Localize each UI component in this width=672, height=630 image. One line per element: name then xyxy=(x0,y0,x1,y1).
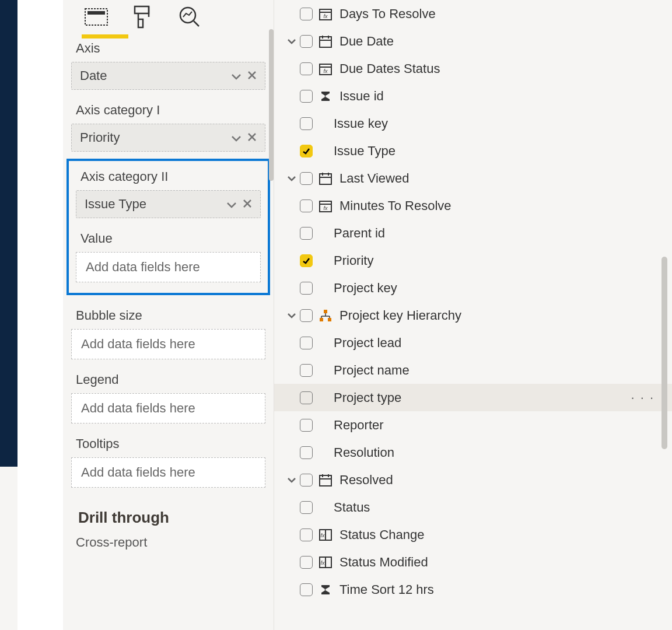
field-label: Due Date xyxy=(340,34,394,49)
nav-rail xyxy=(0,0,18,467)
field-checkbox[interactable] xyxy=(300,145,313,158)
field-checkbox[interactable] xyxy=(300,364,313,377)
field-row[interactable]: fxDue Dates Status xyxy=(274,55,672,82)
field-row[interactable]: Project name xyxy=(274,356,672,384)
field-row[interactable]: Issue Type xyxy=(274,137,672,164)
field-row[interactable]: fxMinutes To Resolve xyxy=(274,192,672,219)
field-row[interactable]: Status xyxy=(274,494,672,521)
field-checkbox[interactable] xyxy=(300,117,313,130)
value-drop-well[interactable]: Add data fields here xyxy=(76,252,261,282)
svg-text:fx: fx xyxy=(320,560,325,566)
field-checkbox[interactable] xyxy=(300,8,313,20)
calccol-icon: fx xyxy=(317,528,334,542)
well-label: Legend xyxy=(76,372,270,387)
scrollbar-thumb[interactable] xyxy=(269,29,274,181)
field-checkbox[interactable] xyxy=(300,528,313,541)
field-label: Last Viewed xyxy=(340,171,409,186)
close-icon[interactable] xyxy=(243,197,252,212)
svg-rect-22 xyxy=(320,174,331,184)
field-checkbox[interactable] xyxy=(300,35,313,48)
expand-icon[interactable] xyxy=(284,477,300,484)
calendar-icon xyxy=(317,473,334,487)
field-checkbox[interactable] xyxy=(300,227,313,240)
field-checkbox[interactable] xyxy=(300,309,313,322)
close-icon[interactable] xyxy=(247,130,257,145)
field-checkbox[interactable] xyxy=(300,446,313,459)
svg-text:fx: fx xyxy=(323,13,328,19)
expand-icon[interactable] xyxy=(284,38,300,45)
field-checkbox[interactable] xyxy=(300,337,313,349)
drop-well[interactable]: Add data fields here xyxy=(71,329,265,359)
field-row[interactable]: Priority xyxy=(274,247,672,274)
field-row[interactable]: Parent id xyxy=(274,219,672,247)
field-checkbox[interactable] xyxy=(300,200,313,212)
drop-well[interactable]: Add data fields here xyxy=(71,393,265,424)
field-row[interactable]: Project key xyxy=(274,274,672,302)
fields-pane: fxDays To ResolveDue DatefxDue Dates Sta… xyxy=(274,0,672,630)
field-row[interactable]: Resolved xyxy=(274,466,672,494)
analytics-tab-icon[interactable] xyxy=(177,5,202,29)
field-pill[interactable]: Date xyxy=(71,62,265,90)
svg-rect-1 xyxy=(88,11,105,15)
field-checkbox[interactable] xyxy=(300,62,313,75)
field-checkbox[interactable] xyxy=(300,172,313,185)
chevron-down-icon[interactable] xyxy=(231,130,242,145)
field-checkbox[interactable] xyxy=(300,419,313,432)
axis-cat2-field-pill[interactable]: Issue Type xyxy=(76,190,261,218)
field-row[interactable]: Last Viewed xyxy=(274,164,672,192)
chevron-down-icon[interactable] xyxy=(231,68,242,83)
field-checkbox[interactable] xyxy=(300,583,313,596)
scrollbar-thumb[interactable] xyxy=(662,257,667,449)
sigma-icon xyxy=(317,90,334,103)
field-row[interactable]: Project lead xyxy=(274,329,672,356)
dayscalc-icon: fx xyxy=(317,62,334,76)
chevron-down-icon[interactable] xyxy=(226,197,237,212)
svg-rect-2 xyxy=(135,6,149,13)
well-label: Bubble size xyxy=(76,308,270,323)
visualizations-pane: AxisDate Axis category IPriority Axis ca… xyxy=(63,0,274,630)
hierarchy-icon xyxy=(317,309,334,323)
field-checkbox[interactable] xyxy=(300,501,313,514)
field-row[interactable]: Reporter xyxy=(274,411,672,439)
fields-tab-icon[interactable] xyxy=(84,5,108,29)
format-tab-icon[interactable] xyxy=(131,5,155,29)
field-label: Priority xyxy=(334,253,373,268)
field-label: Issue key xyxy=(334,116,388,131)
field-pill[interactable]: Priority xyxy=(71,124,265,152)
field-row[interactable]: Resolution xyxy=(274,439,672,466)
field-name: Date xyxy=(80,68,107,83)
field-row[interactable]: Project type· · · xyxy=(274,384,672,411)
field-checkbox[interactable] xyxy=(300,254,313,267)
svg-text:fx: fx xyxy=(320,533,325,538)
field-row[interactable]: Issue key xyxy=(274,110,672,137)
expand-icon[interactable] xyxy=(284,175,300,182)
calendar-icon xyxy=(317,34,334,48)
dayscalc-icon: fx xyxy=(317,7,334,21)
field-row[interactable]: Issue id xyxy=(274,82,672,110)
field-checkbox[interactable] xyxy=(300,90,313,103)
field-checkbox[interactable] xyxy=(300,474,313,487)
field-row[interactable]: fxDays To Resolve xyxy=(274,0,672,27)
field-row[interactable]: fxStatus Change xyxy=(274,521,672,548)
close-icon[interactable] xyxy=(247,68,257,83)
field-label: Reporter xyxy=(334,418,384,433)
more-icon[interactable]: · · · xyxy=(631,390,654,405)
field-row[interactable]: Project key Hierarchy xyxy=(274,302,672,329)
drill-through-heading: Drill through xyxy=(78,509,270,527)
calccol-icon: fx xyxy=(317,555,334,569)
axis-cat2-label: Axis category II xyxy=(80,169,265,184)
field-label: Project name xyxy=(334,363,410,378)
field-checkbox[interactable] xyxy=(300,282,313,295)
well-label: Axis xyxy=(76,41,270,56)
field-checkbox[interactable] xyxy=(300,391,313,404)
field-label: Parent id xyxy=(334,226,385,241)
field-checkbox[interactable] xyxy=(300,556,313,569)
drop-well[interactable]: Add data fields here xyxy=(71,457,265,488)
field-row[interactable]: Time Sort 12 hrs xyxy=(274,576,672,603)
field-row[interactable]: Due Date xyxy=(274,27,672,55)
svg-point-4 xyxy=(180,8,195,23)
dayscalc-icon: fx xyxy=(317,199,334,213)
field-row[interactable]: fxStatus Modified xyxy=(274,548,672,576)
expand-icon[interactable] xyxy=(284,312,300,319)
field-label: Status xyxy=(334,500,370,515)
